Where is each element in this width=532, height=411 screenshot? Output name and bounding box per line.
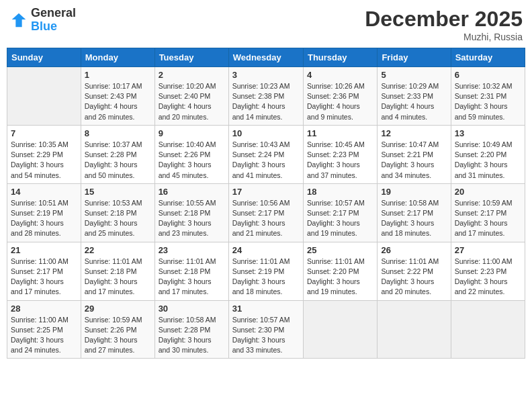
day-number: 31 — [232, 304, 300, 314]
column-header-saturday: Saturday — [451, 48, 525, 67]
day-number: 21 — [11, 245, 77, 255]
calendar-week-row: 14Sunrise: 10:51 AMSunset: 2:19 PMDaylig… — [7, 183, 525, 242]
calendar-cell: 23Sunrise: 11:01 AMSunset: 2:18 PMDaylig… — [154, 242, 228, 300]
day-number: 17 — [232, 187, 300, 197]
day-number: 10 — [232, 128, 300, 138]
day-info: Sunrise: 10:43 AMSunset: 2:24 PMDaylight… — [232, 140, 300, 181]
day-number: 20 — [455, 187, 521, 197]
calendar-cell: 17Sunrise: 10:56 AMSunset: 2:17 PMDaylig… — [228, 183, 303, 242]
day-info: Sunrise: 10:45 AMSunset: 2:23 PMDaylight… — [307, 140, 373, 181]
calendar-cell: 6Sunrise: 10:32 AMSunset: 2:31 PMDayligh… — [451, 67, 525, 126]
calendar-cell: 9Sunrise: 10:40 AMSunset: 2:26 PMDayligh… — [154, 125, 228, 183]
calendar-cell: 15Sunrise: 10:53 AMSunset: 2:18 PMDaylig… — [81, 183, 154, 242]
day-number: 5 — [381, 70, 447, 80]
calendar-cell: 12Sunrise: 10:47 AMSunset: 2:21 PMDaylig… — [378, 125, 451, 183]
calendar-header-row: SundayMondayTuesdayWednesdayThursdayFrid… — [7, 48, 525, 67]
day-info: Sunrise: 10:49 AMSunset: 2:20 PMDaylight… — [455, 140, 521, 181]
day-info: Sunrise: 10:26 AMSunset: 2:36 PMDaylight… — [307, 81, 373, 122]
day-info: Sunrise: 11:00 AMSunset: 2:25 PMDaylight… — [11, 315, 77, 356]
day-info: Sunrise: 10:32 AMSunset: 2:31 PMDaylight… — [455, 81, 521, 122]
day-info: Sunrise: 10:23 AMSunset: 2:38 PMDaylight… — [232, 81, 300, 122]
calendar-cell: 22Sunrise: 11:01 AMSunset: 2:18 PMDaylig… — [81, 242, 154, 300]
day-info: Sunrise: 11:01 AMSunset: 2:18 PMDaylight… — [159, 257, 225, 298]
column-header-thursday: Thursday — [303, 48, 377, 67]
calendar-cell: 7Sunrise: 10:35 AMSunset: 2:29 PMDayligh… — [7, 125, 81, 183]
calendar-cell — [451, 300, 525, 359]
day-number: 3 — [232, 70, 300, 80]
page-header: General Blue December 2025 Muzhi, Russia — [7, 7, 525, 42]
day-number: 15 — [85, 187, 151, 197]
day-info: Sunrise: 10:20 AMSunset: 2:40 PMDaylight… — [159, 81, 225, 122]
calendar-cell: 5Sunrise: 10:29 AMSunset: 2:33 PMDayligh… — [378, 67, 451, 126]
calendar-cell: 11Sunrise: 10:45 AMSunset: 2:23 PMDaylig… — [303, 125, 377, 183]
logo-text: General Blue — [31, 7, 76, 34]
logo: General Blue — [9, 7, 76, 34]
day-info: Sunrise: 10:51 AMSunset: 2:19 PMDaylight… — [11, 198, 77, 239]
day-number: 12 — [381, 128, 447, 138]
column-header-monday: Monday — [81, 48, 154, 67]
day-number: 4 — [307, 70, 373, 80]
day-number: 28 — [11, 304, 77, 314]
calendar-cell: 14Sunrise: 10:51 AMSunset: 2:19 PMDaylig… — [7, 183, 81, 242]
day-number: 11 — [307, 128, 373, 138]
day-info: Sunrise: 10:17 AMSunset: 2:43 PMDaylight… — [85, 81, 151, 122]
day-info: Sunrise: 11:01 AMSunset: 2:20 PMDaylight… — [307, 257, 373, 298]
day-info: Sunrise: 10:57 AMSunset: 2:17 PMDaylight… — [307, 198, 373, 239]
day-number: 6 — [455, 70, 521, 80]
calendar-cell: 31Sunrise: 10:57 AMSunset: 2:30 PMDaylig… — [228, 300, 303, 359]
day-info: Sunrise: 10:53 AMSunset: 2:18 PMDaylight… — [85, 198, 151, 239]
calendar-cell — [7, 67, 81, 126]
calendar-cell — [303, 300, 377, 359]
calendar-cell: 28Sunrise: 11:00 AMSunset: 2:25 PMDaylig… — [7, 300, 81, 359]
column-header-sunday: Sunday — [7, 48, 81, 67]
day-info: Sunrise: 11:00 AMSunset: 2:17 PMDaylight… — [11, 257, 77, 298]
calendar-week-row: 28Sunrise: 11:00 AMSunset: 2:25 PMDaylig… — [7, 300, 525, 359]
calendar-cell: 24Sunrise: 11:01 AMSunset: 2:19 PMDaylig… — [228, 242, 303, 300]
column-header-wednesday: Wednesday — [228, 48, 303, 67]
day-info: Sunrise: 10:40 AMSunset: 2:26 PMDaylight… — [159, 140, 225, 181]
calendar-cell: 19Sunrise: 10:58 AMSunset: 2:17 PMDaylig… — [378, 183, 451, 242]
day-info: Sunrise: 10:56 AMSunset: 2:17 PMDaylight… — [232, 198, 300, 239]
day-info: Sunrise: 10:59 AMSunset: 2:17 PMDaylight… — [455, 198, 521, 239]
day-number: 8 — [85, 128, 151, 138]
day-info: Sunrise: 10:59 AMSunset: 2:26 PMDaylight… — [85, 315, 151, 356]
column-header-tuesday: Tuesday — [154, 48, 228, 67]
day-number: 30 — [159, 304, 225, 314]
title-block: December 2025 Muzhi, Russia — [365, 7, 523, 42]
calendar-cell: 25Sunrise: 11:01 AMSunset: 2:20 PMDaylig… — [303, 242, 377, 300]
day-info: Sunrise: 11:01 AMSunset: 2:18 PMDaylight… — [85, 257, 151, 298]
calendar-cell: 20Sunrise: 10:59 AMSunset: 2:17 PMDaylig… — [451, 183, 525, 242]
day-info: Sunrise: 10:29 AMSunset: 2:33 PMDaylight… — [381, 81, 447, 122]
calendar-cell: 29Sunrise: 10:59 AMSunset: 2:26 PMDaylig… — [81, 300, 154, 359]
day-number: 26 — [381, 245, 447, 255]
logo-icon — [9, 11, 28, 30]
day-number: 14 — [11, 187, 77, 197]
day-number: 13 — [455, 128, 521, 138]
calendar-cell: 30Sunrise: 10:58 AMSunset: 2:28 PMDaylig… — [154, 300, 228, 359]
day-info: Sunrise: 10:35 AMSunset: 2:29 PMDaylight… — [11, 140, 77, 181]
day-number: 29 — [85, 304, 151, 314]
calendar-cell: 21Sunrise: 11:00 AMSunset: 2:17 PMDaylig… — [7, 242, 81, 300]
location: Muzhi, Russia — [365, 32, 523, 42]
calendar-week-row: 7Sunrise: 10:35 AMSunset: 2:29 PMDayligh… — [7, 125, 525, 183]
calendar-cell: 3Sunrise: 10:23 AMSunset: 2:38 PMDayligh… — [228, 67, 303, 126]
day-info: Sunrise: 10:58 AMSunset: 2:17 PMDaylight… — [381, 198, 447, 239]
day-number: 23 — [159, 245, 225, 255]
calendar-cell: 16Sunrise: 10:55 AMSunset: 2:18 PMDaylig… — [154, 183, 228, 242]
calendar-table: SundayMondayTuesdayWednesdayThursdayFrid… — [7, 48, 525, 359]
svg-marker-0 — [12, 13, 26, 28]
calendar-cell: 27Sunrise: 11:00 AMSunset: 2:23 PMDaylig… — [451, 242, 525, 300]
day-number: 27 — [455, 245, 521, 255]
logo-general: General — [31, 7, 76, 20]
calendar-week-row: 21Sunrise: 11:00 AMSunset: 2:17 PMDaylig… — [7, 242, 525, 300]
day-number: 7 — [11, 128, 77, 138]
day-number: 24 — [232, 245, 300, 255]
calendar-cell: 10Sunrise: 10:43 AMSunset: 2:24 PMDaylig… — [228, 125, 303, 183]
day-info: Sunrise: 10:37 AMSunset: 2:28 PMDaylight… — [85, 140, 151, 181]
day-number: 19 — [381, 187, 447, 197]
day-info: Sunrise: 11:01 AMSunset: 2:19 PMDaylight… — [232, 257, 300, 298]
calendar-week-row: 1Sunrise: 10:17 AMSunset: 2:43 PMDayligh… — [7, 67, 525, 126]
day-number: 1 — [85, 70, 151, 80]
month-title: December 2025 — [365, 7, 523, 32]
day-number: 9 — [159, 128, 225, 138]
